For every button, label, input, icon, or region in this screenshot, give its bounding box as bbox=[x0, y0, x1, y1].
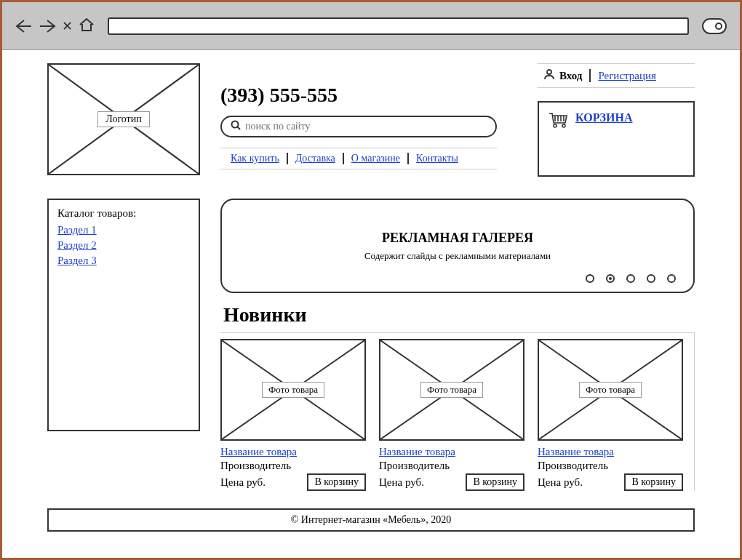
home-icon[interactable] bbox=[79, 17, 95, 35]
nav-about[interactable]: О магазине bbox=[344, 153, 409, 164]
cart-link[interactable]: КОРЗИНА bbox=[575, 111, 633, 124]
add-to-cart-button[interactable]: В корзину bbox=[624, 473, 683, 491]
svg-point-2 bbox=[232, 121, 239, 128]
product-image[interactable]: Фото товара bbox=[220, 339, 366, 441]
divider bbox=[589, 69, 591, 82]
catalog-sidebar: Каталог товаров: Раздел 1 Раздел 2 Разде… bbox=[47, 199, 200, 431]
product-image-label: Фото товара bbox=[420, 382, 483, 398]
page-content: Логотип (393) 555-555 Как купить Доставк… bbox=[2, 50, 740, 498]
banner-title: РЕКЛАМНАЯ ГАЛЕРЕЯ bbox=[382, 231, 533, 246]
url-bar[interactable] bbox=[108, 17, 689, 35]
product-price: Цена руб. bbox=[538, 476, 583, 489]
product-card: Фото товараНазвание товараПроизводительЦ… bbox=[538, 339, 683, 491]
catalog-section-2[interactable]: Раздел 2 bbox=[57, 239, 190, 252]
banner-dot[interactable] bbox=[626, 274, 635, 283]
logo[interactable]: Логотип bbox=[47, 63, 200, 175]
banner-dot[interactable] bbox=[586, 274, 594, 283]
product-maker: Производитель bbox=[538, 460, 683, 472]
product-image[interactable]: Фото товара bbox=[379, 339, 524, 441]
product-image-label: Фото товара bbox=[579, 382, 642, 398]
banner-dot[interactable] bbox=[647, 274, 655, 283]
cart-icon bbox=[548, 111, 568, 132]
product-name-link[interactable]: Название товара bbox=[538, 446, 614, 457]
banner-subtitle: Содержит слайды с рекламными материалами bbox=[364, 250, 551, 262]
top-nav: Как купить Доставка О магазине Контакты bbox=[220, 148, 497, 169]
banner-dots bbox=[586, 274, 676, 283]
product-list: Фото товараНазвание товараПроизводительЦ… bbox=[220, 332, 695, 491]
back-icon[interactable] bbox=[15, 19, 33, 33]
catalog-title: Каталог товаров: bbox=[57, 207, 190, 220]
browser-search-icon[interactable] bbox=[702, 18, 727, 34]
forward-icon[interactable] bbox=[39, 19, 56, 33]
search-box[interactable] bbox=[220, 116, 497, 137]
footer: © Интернет-магазин «Мебель», 2020 bbox=[47, 508, 695, 532]
product-maker: Производитель bbox=[379, 460, 524, 472]
browser-toolbar: ✕ bbox=[2, 2, 740, 50]
product-maker: Производитель bbox=[220, 460, 366, 472]
banner-dot[interactable] bbox=[606, 274, 615, 283]
browser-window: ✕ Логотип (393) 555-555 Как купить Доста… bbox=[0, 0, 742, 560]
register-link[interactable]: Регистрация bbox=[598, 70, 656, 82]
product-image-label: Фото товара bbox=[262, 382, 324, 398]
svg-line-3 bbox=[238, 127, 241, 130]
product-name-link[interactable]: Название товара bbox=[220, 446, 297, 457]
product-card: Фото товараНазвание товараПроизводительЦ… bbox=[379, 339, 524, 491]
cart-box[interactable]: КОРЗИНА bbox=[538, 101, 695, 177]
logo-label: Логотип bbox=[97, 111, 149, 127]
login-link[interactable]: Вход bbox=[559, 70, 582, 82]
phone-number: (393) 555-555 bbox=[220, 84, 517, 107]
add-to-cart-button[interactable]: В корзину bbox=[307, 473, 366, 491]
new-arrivals-heading: Новинки bbox=[223, 303, 695, 327]
catalog-section-1[interactable]: Раздел 1 bbox=[57, 224, 190, 236]
nav-contacts[interactable]: Контакты bbox=[409, 153, 466, 164]
product-price: Цена руб. bbox=[220, 476, 266, 489]
product-card: Фото товараНазвание товараПроизводительЦ… bbox=[220, 339, 366, 491]
catalog-section-3[interactable]: Раздел 3 bbox=[57, 255, 190, 267]
svg-point-6 bbox=[562, 124, 565, 127]
svg-point-4 bbox=[547, 70, 551, 74]
add-to-cart-button[interactable]: В корзину bbox=[466, 473, 524, 491]
product-price: Цена руб. bbox=[379, 476, 424, 489]
banner-dot[interactable] bbox=[667, 274, 676, 283]
stop-icon[interactable]: ✕ bbox=[62, 18, 73, 34]
nav-delivery[interactable]: Доставка bbox=[288, 153, 344, 164]
svg-point-5 bbox=[554, 124, 556, 127]
nav-how-to-buy[interactable]: Как купить bbox=[223, 153, 288, 164]
product-name-link[interactable]: Название товара bbox=[379, 446, 455, 457]
search-icon bbox=[231, 120, 241, 133]
promo-banner[interactable]: РЕКЛАМНАЯ ГАЛЕРЕЯ Содержит слайды с рекл… bbox=[220, 199, 695, 293]
user-icon bbox=[543, 68, 555, 83]
product-image[interactable]: Фото товара bbox=[538, 339, 683, 441]
auth-bar: Вход Регистрация bbox=[538, 63, 695, 88]
search-input[interactable] bbox=[245, 121, 487, 132]
